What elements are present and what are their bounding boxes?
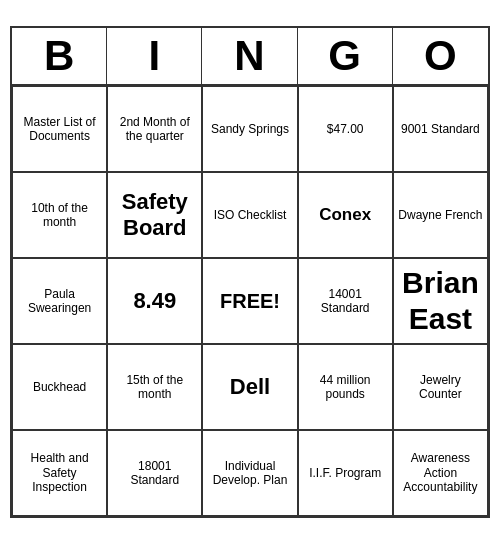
bingo-cell: 14001 Standard [298,258,393,344]
bingo-cell: FREE! [202,258,297,344]
bingo-cell: Individual Develop. Plan [202,430,297,516]
bingo-cell: Paula Swearingen [12,258,107,344]
bingo-cell: Dwayne French [393,172,488,258]
bingo-cell: 9001 Standard [393,86,488,172]
bingo-cell: 2nd Month of the quarter [107,86,202,172]
bingo-cell: 10th of the month [12,172,107,258]
bingo-cell: 18001 Standard [107,430,202,516]
bingo-cell: Awareness Action Accountability [393,430,488,516]
bingo-cell: I.I.F. Program [298,430,393,516]
bingo-cell: Health and Safety Inspection [12,430,107,516]
bingo-cell: 15th of the month [107,344,202,430]
bingo-cell: 44 million pounds [298,344,393,430]
bingo-header: BINGO [12,28,488,86]
header-letter: G [298,28,393,84]
bingo-cell: Jewelry Counter [393,344,488,430]
bingo-cell: Sandy Springs [202,86,297,172]
bingo-cell: Buckhead [12,344,107,430]
bingo-grid: Master List of Documents2nd Month of the… [12,86,488,516]
bingo-cell: 8.49 [107,258,202,344]
bingo-cell: Master List of Documents [12,86,107,172]
bingo-cell: Safety Board [107,172,202,258]
bingo-cell: Dell [202,344,297,430]
header-letter: O [393,28,488,84]
bingo-cell: Brian East [393,258,488,344]
bingo-cell: ISO Checklist [202,172,297,258]
bingo-cell: Conex [298,172,393,258]
bingo-cell: $47.00 [298,86,393,172]
bingo-card: BINGO Master List of Documents2nd Month … [10,26,490,518]
header-letter: I [107,28,202,84]
header-letter: B [12,28,107,84]
header-letter: N [202,28,297,84]
